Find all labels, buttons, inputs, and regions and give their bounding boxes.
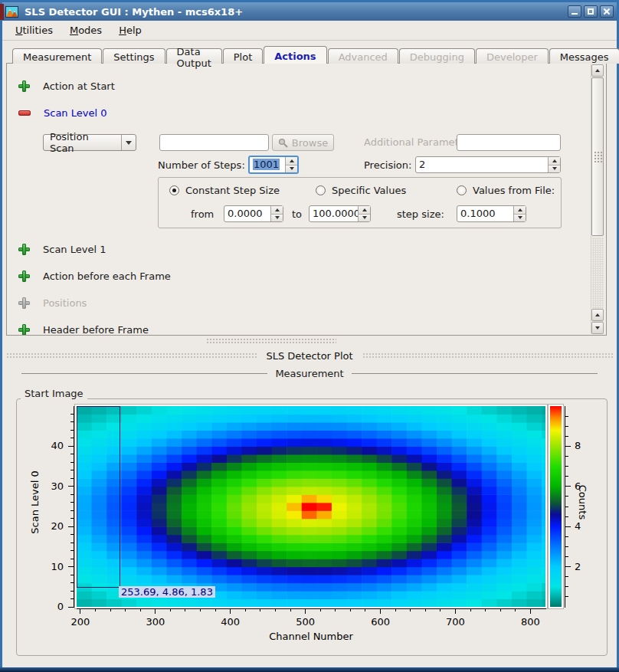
action-at-start-label: Action at Start <box>43 80 115 92</box>
tab-messages[interactable]: Messages <box>549 48 619 64</box>
scan-script-input[interactable] <box>159 134 269 151</box>
tab-advanced: Advanced <box>328 48 398 64</box>
menu-modes[interactable]: Modes <box>63 22 109 38</box>
main-area: Measurement Settings Data Output Plot Ac… <box>2 41 617 667</box>
step-size-spinbox[interactable]: 0.1000 <box>457 205 526 222</box>
scan-level-0-label: Scan Level 0 <box>44 107 106 119</box>
to-value: 100.0000 <box>310 206 358 221</box>
action-before-frame-label: Action before each Frame <box>43 270 171 282</box>
expand-plus-icon[interactable] <box>18 270 30 282</box>
header-before-frame-label: Header before Frame <box>43 324 149 336</box>
browse-button: Browse <box>272 134 334 151</box>
scan-mode-select[interactable]: Position Scan <box>43 134 136 151</box>
app-window: SLS Detector GUI : Mythen - mcs6x18+ Uti… <box>0 0 619 672</box>
expand-plus-icon-disabled <box>18 297 30 309</box>
chevron-down-icon <box>126 141 132 145</box>
action-before-frame-row[interactable]: Action before each Frame <box>18 270 171 282</box>
titlebar[interactable]: SLS Detector GUI : Mythen - mcs6x18+ <box>2 2 617 21</box>
scrollbar-thumb[interactable] <box>591 77 604 236</box>
vertical-scrollbar[interactable] <box>591 64 604 334</box>
measurement-group-title: Measurement <box>275 368 343 379</box>
window-title: SLS Detector GUI : Mythen - mcs6x18+ <box>25 6 565 18</box>
heatmap-canvas[interactable] <box>77 406 545 607</box>
to-spinbox[interactable]: 100.0000 <box>309 205 371 222</box>
tab-developer: Developer <box>476 48 549 64</box>
menu-utilities[interactable]: Utilities <box>8 22 60 38</box>
tab-bar: Measurement Settings Data Output Plot Ac… <box>12 46 619 64</box>
spin-buttons[interactable] <box>548 157 560 172</box>
number-of-steps-value: 1001 <box>253 159 280 170</box>
radio-constant-step[interactable]: Constant Step Size <box>169 185 280 196</box>
radio-specific-values[interactable]: Specific Values <box>316 185 406 196</box>
divider <box>352 373 598 374</box>
radio-constant-label: Constant Step Size <box>185 185 280 196</box>
tab-data-output[interactable]: Data Output <box>166 48 222 64</box>
from-value: 0.0000 <box>224 206 270 221</box>
spin-up-icon[interactable] <box>549 157 560 166</box>
radio-icon[interactable] <box>316 185 326 195</box>
plot-dock-titlebar[interactable]: SLS Detector Plot <box>6 348 613 363</box>
menu-help[interactable]: Help <box>112 22 149 38</box>
tab-debugging: Debugging <box>399 48 475 64</box>
spin-down-icon[interactable] <box>271 215 283 222</box>
radio-checked-icon[interactable] <box>169 185 179 195</box>
scroll-up-button-secondary[interactable] <box>591 309 604 321</box>
splitter-handle[interactable] <box>206 338 336 344</box>
spin-up-icon[interactable] <box>359 206 370 215</box>
step-range-groupbox: Constant Step Size Specific Values Value… <box>158 177 562 228</box>
number-of-steps-spinbox[interactable]: 1001 <box>248 156 299 174</box>
scan-mode-value: Position Scan <box>44 131 121 154</box>
scan-level-1-label: Scan Level 1 <box>43 244 106 255</box>
dock-texture <box>6 352 257 359</box>
additional-parameter-input[interactable] <box>457 134 561 151</box>
additional-parameter-label: Additional Parameter: <box>364 136 472 148</box>
expand-plus-icon[interactable] <box>18 80 30 92</box>
spin-down-icon[interactable] <box>514 215 526 222</box>
spin-down-icon[interactable] <box>286 166 297 173</box>
close-button[interactable] <box>600 5 614 18</box>
actions-pane: Action at Start Scan Level 0 Position Sc… <box>6 63 607 336</box>
scan-level-1-row[interactable]: Scan Level 1 <box>18 243 106 255</box>
spin-down-icon[interactable] <box>359 215 370 222</box>
positions-label: Positions <box>43 297 87 309</box>
spin-up-icon[interactable] <box>286 157 297 166</box>
start-image-title: Start Image <box>21 388 87 399</box>
radio-icon[interactable] <box>457 185 467 195</box>
scroll-up-button[interactable] <box>591 64 604 77</box>
action-at-start-row[interactable]: Action at Start <box>18 80 115 92</box>
expand-plus-icon[interactable] <box>18 244 30 255</box>
spin-up-icon[interactable] <box>271 206 283 215</box>
spin-buttons[interactable] <box>513 206 526 221</box>
header-before-frame-row[interactable]: Header before Frame <box>18 323 149 336</box>
tab-settings[interactable]: Settings <box>103 48 165 64</box>
scroll-down-button[interactable] <box>591 322 604 334</box>
tab-plot[interactable]: Plot <box>223 48 264 64</box>
spin-buttons[interactable] <box>270 206 283 221</box>
radio-specific-label: Specific Values <box>332 185 406 196</box>
tab-actions[interactable]: Actions <box>264 46 326 64</box>
precision-label: Precision: <box>364 159 411 171</box>
radio-values-from-file[interactable]: Values from File: <box>457 185 555 196</box>
from-spinbox[interactable]: 0.0000 <box>224 205 283 222</box>
minimize-button[interactable] <box>568 5 581 18</box>
magnifier-icon <box>278 138 288 148</box>
spin-buttons[interactable] <box>285 157 297 172</box>
radio-file-label: Values from File: <box>473 185 555 196</box>
to-label: to <box>292 208 302 220</box>
from-label: from <box>191 208 214 220</box>
scan-level-0-row[interactable]: Scan Level 0 <box>18 107 106 119</box>
maximize-button[interactable] <box>584 5 598 18</box>
spin-down-icon[interactable] <box>549 166 560 173</box>
precision-spinbox[interactable]: 2 <box>415 156 561 173</box>
window-bottom-border <box>0 667 619 672</box>
dock-texture <box>362 352 613 359</box>
window-frame-accent <box>0 4 4 20</box>
spin-up-icon[interactable] <box>514 206 526 215</box>
expand-plus-icon[interactable] <box>18 324 30 336</box>
tab-measurement[interactable]: Measurement <box>12 48 102 64</box>
number-of-steps-label: Number of Steps: <box>158 159 245 171</box>
combo-arrow-section[interactable] <box>121 135 136 150</box>
collapse-minus-icon[interactable] <box>18 110 31 116</box>
spin-buttons[interactable] <box>358 206 370 221</box>
measurement-group-header: Measurement <box>6 366 613 380</box>
